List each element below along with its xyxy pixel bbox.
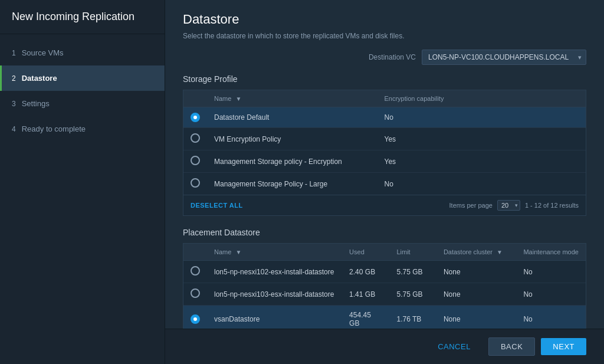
- step-label-1: Source VMs: [22, 48, 64, 57]
- main-panel: Datastore Select the datastore in which …: [165, 0, 604, 364]
- step-num-4: 4: [12, 125, 16, 133]
- pd-limit-1: 5.75 GB: [389, 283, 436, 306]
- sp-name-3: Management Storage Policy - Large: [207, 173, 378, 195]
- sp-per-page-select[interactable]: 20: [497, 200, 520, 211]
- sidebar-item-datastore[interactable]: 2 Datastore: [0, 65, 165, 91]
- placement-datastore-row[interactable]: lon5-np-nesxi102-esx-install-datastore 2…: [183, 261, 586, 283]
- sp-enc-2: Yes: [378, 150, 586, 173]
- pd-radio-cell[interactable]: [183, 306, 207, 329]
- step-label-3: Settings: [22, 99, 50, 108]
- sp-col-enc: Encryption capability: [378, 90, 586, 107]
- sp-per-page-wrapper: 20: [497, 200, 520, 211]
- pd-radio-cell[interactable]: [183, 261, 207, 283]
- sp-name-1: VM Encryption Policy: [207, 128, 378, 150]
- page-subtitle: Select the datastore in which to store t…: [183, 32, 586, 40]
- pd-radio-0[interactable]: [191, 266, 200, 276]
- placement-datastore-row[interactable]: vsanDatastore 454.45 GB 1.76 TB None No: [183, 306, 586, 329]
- sidebar-item-source-vms[interactable]: 1 Source VMs: [0, 40, 165, 65]
- sp-name-filter-icon[interactable]: ▼: [235, 96, 241, 102]
- step-num-3: 3: [12, 100, 16, 108]
- bottom-bar: CANCEL BACK NEXT: [165, 329, 604, 364]
- pd-col-cluster: Datastore cluster ▼: [436, 244, 517, 261]
- sp-name-0: Datastore Default: [207, 107, 378, 128]
- pd-radio-cell[interactable]: [183, 283, 207, 306]
- sp-enc-1: Yes: [378, 128, 586, 150]
- sidebar: New Incoming Replication 1 Source VMs 2 …: [0, 0, 165, 364]
- placement-datastore-title: Placement Datastore: [183, 228, 586, 237]
- sp-radio-cell[interactable]: [183, 150, 207, 173]
- content-area: Datastore Select the datastore in which …: [165, 0, 604, 329]
- sp-radio-cell[interactable]: [183, 128, 207, 150]
- pd-cluster-2: None: [436, 306, 517, 329]
- pd-cluster-1: None: [436, 283, 517, 306]
- sp-radio-3[interactable]: [191, 178, 200, 188]
- placement-datastore-row[interactable]: lon5-np-nesxi103-esx-install-datastore 1…: [183, 283, 586, 306]
- sidebar-steps: 1 Source VMs 2 Datastore 3 Settings 4 Re…: [0, 34, 165, 364]
- pd-maintenance-0: No: [516, 261, 586, 283]
- sp-items-per-page-label: Items per page: [449, 202, 493, 209]
- pd-col-radio: [183, 244, 207, 261]
- storage-profile-footer: DESELECT ALL Items per page 20 1 - 12 of…: [183, 195, 586, 215]
- pd-radio-2[interactable]: [191, 314, 200, 324]
- dest-vc-wrapper: LON5-NP-VC100.CLOUDHAPPENS.LOCAL: [422, 50, 586, 65]
- sp-radio-0[interactable]: [191, 113, 200, 122]
- pd-used-2: 454.45 GB: [342, 306, 389, 329]
- pd-limit-0: 5.75 GB: [389, 261, 436, 283]
- sp-radio-cell[interactable]: [183, 173, 207, 195]
- storage-profile-row[interactable]: Management Storage policy - Encryption Y…: [183, 150, 586, 173]
- pd-col-used: Used: [342, 244, 389, 261]
- pd-col-maintenance: Maintenance mode: [516, 244, 586, 261]
- pd-used-1: 1.41 GB: [342, 283, 389, 306]
- sp-pagination: Items per page 20 1 - 12 of 12 results: [449, 200, 579, 211]
- deselect-all-button[interactable]: DESELECT ALL: [191, 202, 243, 209]
- step-num-1: 1: [12, 49, 16, 57]
- placement-datastore-table-container: Name ▼ Used Limit Datastore cluster ▼: [183, 243, 586, 329]
- dest-vc-select[interactable]: LON5-NP-VC100.CLOUDHAPPENS.LOCAL: [422, 50, 586, 65]
- pd-cluster-0: None: [436, 261, 517, 283]
- back-button[interactable]: BACK: [488, 337, 535, 356]
- pd-used-0: 2.40 GB: [342, 261, 389, 283]
- sp-enc-3: No: [378, 173, 586, 195]
- pd-maintenance-2: No: [516, 306, 586, 329]
- sp-results: 1 - 12 of 12 results: [525, 202, 579, 209]
- dest-vc-label: Destination VC: [369, 53, 416, 61]
- sidebar-title: New Incoming Replication: [0, 0, 165, 34]
- pd-limit-2: 1.76 TB: [389, 306, 436, 329]
- pd-name-0: lon5-np-nesxi102-esx-install-datastore: [207, 261, 342, 283]
- pd-name-filter-icon[interactable]: ▼: [235, 249, 241, 255]
- step-num-2: 2: [12, 74, 16, 83]
- pd-maintenance-1: No: [516, 283, 586, 306]
- storage-profile-table-container: Name ▼ Encryption capability Datastore D…: [183, 90, 586, 216]
- next-button[interactable]: NEXT: [541, 338, 586, 355]
- sp-radio-2[interactable]: [191, 156, 200, 165]
- sidebar-item-ready[interactable]: 4 Ready to complete: [0, 116, 165, 142]
- cancel-button[interactable]: CANCEL: [426, 338, 482, 355]
- storage-profile-table: Name ▼ Encryption capability Datastore D…: [183, 90, 586, 195]
- pd-radio-1[interactable]: [191, 288, 200, 298]
- sp-enc-0: No: [378, 107, 586, 128]
- sp-radio-1[interactable]: [191, 133, 200, 143]
- sidebar-item-settings[interactable]: 3 Settings: [0, 91, 165, 116]
- storage-profile-row[interactable]: Management Storage Policy - Large No: [183, 173, 586, 195]
- storage-profile-row[interactable]: VM Encryption Policy Yes: [183, 128, 586, 150]
- step-label-4: Ready to complete: [22, 124, 86, 133]
- storage-profile-title: Storage Profile: [183, 74, 586, 84]
- pd-col-name: Name ▼: [207, 244, 342, 261]
- step-label-2: Datastore: [22, 74, 57, 83]
- pd-col-limit: Limit: [389, 244, 436, 261]
- page-title: Datastore: [183, 12, 586, 27]
- sp-name-2: Management Storage policy - Encryption: [207, 150, 378, 173]
- pd-cluster-filter-icon[interactable]: ▼: [497, 249, 503, 255]
- pd-name-2: vsanDatastore: [207, 306, 342, 329]
- storage-profile-row[interactable]: Datastore Default No: [183, 107, 586, 128]
- placement-datastore-table: Name ▼ Used Limit Datastore cluster ▼: [183, 244, 586, 329]
- destination-vc-row: Destination VC LON5-NP-VC100.CLOUDHAPPEN…: [183, 50, 586, 65]
- pd-name-1: lon5-np-nesxi103-esx-install-datastore: [207, 283, 342, 306]
- sp-col-name: Name ▼: [207, 90, 378, 107]
- sp-col-radio: [183, 90, 207, 107]
- sp-radio-cell[interactable]: [183, 107, 207, 128]
